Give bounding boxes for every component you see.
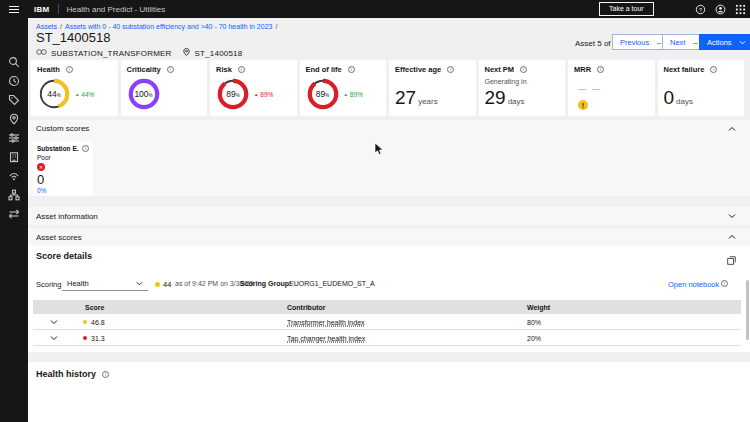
chevron-down-icon[interactable] (728, 214, 736, 219)
risk-label: Risk (216, 65, 232, 74)
row-expand-chevron-icon[interactable] (50, 335, 58, 340)
actions-button[interactable]: Actions (699, 34, 750, 50)
health-history-block: Health history (28, 362, 750, 422)
user-avatar-icon[interactable] (715, 4, 726, 15)
info-icon[interactable] (66, 66, 73, 73)
sites-building-icon[interactable] (8, 151, 20, 163)
custom-card-value: 0 (37, 172, 89, 187)
risk-trend: ▲ 89% (254, 91, 273, 98)
info-icon[interactable] (238, 66, 245, 73)
asset-information-accordion[interactable]: Asset information (28, 207, 750, 225)
effective-age-label: Effective age (395, 65, 441, 74)
scoring-label: Scoring: (36, 280, 64, 289)
score-details-title: Score details (36, 251, 92, 261)
vertical-scrollbar[interactable] (746, 280, 749, 340)
arrow-right-icon: → (691, 38, 699, 47)
left-sidebar (0, 18, 28, 422)
breadcrumb-assets-link[interactable]: Assets (36, 23, 57, 30)
info-icon[interactable] (597, 66, 604, 73)
info-icon[interactable] (447, 66, 454, 73)
tag-icon[interactable] (8, 94, 20, 106)
custom-scores-header[interactable]: Custom scores (28, 120, 750, 137)
current-score-value: 44 (163, 280, 171, 289)
next-pm-card[interactable]: Next PM Generating in 29days (479, 60, 566, 116)
row-score-value: 46.8 (91, 318, 105, 325)
effective-age-value: 27 (395, 87, 416, 109)
scoring-group-value: EUORG1_EUDEMO_ST_A (289, 280, 375, 287)
row-weight-value: 80% (527, 318, 541, 325)
breadcrumb-separator: / (275, 23, 277, 30)
chevron-up-icon[interactable] (728, 235, 736, 240)
asset-scores-accordion[interactable]: Asset scores (28, 228, 750, 246)
substation-efficiency-card[interactable]: Substation E... Poor 0 0% (33, 141, 93, 196)
trend-up-icon: ▲ (254, 92, 258, 97)
score-status-dot (155, 282, 160, 287)
next-failure-card[interactable]: Next failure 0days (658, 60, 745, 116)
custom-card-percent: 0% (37, 187, 89, 194)
contributor-column-header: Contributor (287, 304, 326, 311)
end-of-life-donut: 89% (306, 77, 340, 111)
asset-information-label: Asset information (36, 212, 98, 221)
next-pm-note: Generating in (485, 78, 527, 85)
contributor-link[interactable]: Tap changer health index (287, 334, 365, 341)
score-column-header: Score (85, 304, 104, 311)
health-trend: ▲ 44% (75, 91, 94, 98)
info-icon[interactable] (721, 280, 728, 287)
help-icon[interactable]: ? (695, 4, 706, 15)
custom-scores-section: Custom scores Substation E... Poor 0 0% (28, 120, 750, 196)
chevron-up-icon[interactable] (728, 126, 736, 131)
info-icon[interactable] (82, 145, 89, 152)
info-icon[interactable] (167, 66, 174, 73)
open-notebook-link[interactable]: Open notebook (668, 280, 719, 289)
mrr-card[interactable]: MRR — — ! (568, 60, 655, 116)
filter-sliders-icon[interactable] (8, 132, 20, 144)
warning-icon[interactable]: ! (578, 100, 588, 110)
menu-icon[interactable] (0, 0, 28, 18)
criticality-card[interactable]: Criticality 100% (121, 60, 208, 116)
contributor-link[interactable]: Transformer health index (287, 318, 365, 325)
row-weight-value: 20% (527, 334, 541, 341)
popout-icon[interactable] (727, 251, 736, 269)
next-pm-value: 29 (485, 87, 506, 109)
criticality-donut: 100% (127, 77, 161, 111)
page-title: ST_1400518 (36, 30, 110, 45)
next-failure-value: 0 (664, 87, 675, 109)
info-icon[interactable] (102, 371, 109, 378)
location-pin-icon[interactable] (8, 113, 20, 125)
health-card[interactable]: Health 44% ▲ 44% (31, 60, 118, 116)
table-row: 31.3 Tap changer health index 20% (33, 330, 741, 346)
scoring-group-label: Scoring Group: (240, 280, 291, 287)
location-icon (182, 47, 191, 59)
mouse-cursor (374, 142, 385, 160)
info-icon[interactable] (520, 66, 527, 73)
monitor-signal-icon[interactable] (8, 170, 20, 182)
compare-arrows-icon[interactable] (8, 208, 20, 220)
next-failure-label: Next failure (664, 65, 705, 74)
recent-history-icon[interactable] (8, 75, 20, 87)
criticality-label: Criticality (127, 65, 161, 74)
next-pm-label: Next PM (485, 65, 515, 74)
search-icon[interactable] (8, 56, 20, 68)
ibm-logo: IBM (34, 5, 50, 14)
contributors-table: Score Contributor Weight 46.8 Transforme… (33, 300, 741, 346)
custom-scores-label: Custom scores (36, 124, 89, 133)
info-icon[interactable] (348, 66, 355, 73)
info-icon[interactable] (710, 66, 717, 73)
custom-card-title: Substation E... (37, 145, 79, 152)
trend-up-icon: ▲ (344, 92, 348, 97)
asset-type-label: SUBSTATION_TRANSFORMER (51, 49, 172, 58)
asset-type-icon (36, 48, 47, 58)
hierarchy-icon[interactable] (8, 189, 20, 201)
app-switcher-icon[interactable] (735, 4, 746, 15)
breadcrumb-separator: / (60, 23, 62, 30)
take-a-tour-button[interactable]: Take a tour (599, 2, 654, 16)
health-donut: 44% (37, 77, 71, 111)
scoring-dropdown[interactable]: Health (62, 276, 148, 291)
row-score-value: 31.3 (91, 334, 105, 341)
risk-card[interactable]: Risk 89% ▲ 89% (210, 60, 297, 116)
breadcrumb-filter-link[interactable]: Assets with 0 - 40 substation efficiency… (65, 23, 272, 30)
chevron-down-icon (739, 38, 746, 47)
effective-age-card[interactable]: Effective age 27years (389, 60, 476, 116)
row-expand-chevron-icon[interactable] (50, 319, 58, 324)
end-of-life-card[interactable]: End of life 89% ▲ 89% (300, 60, 387, 116)
